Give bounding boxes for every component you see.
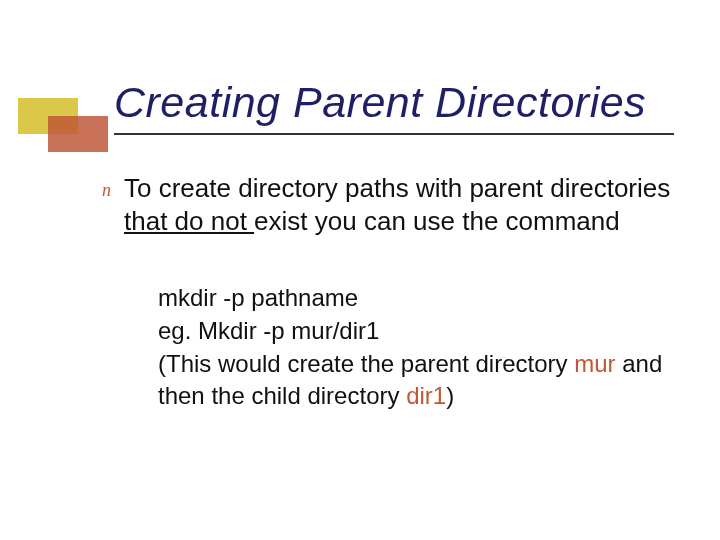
bullet-marker: n [102,180,116,194]
code-line-1: mkdir -p pathname [158,282,688,313]
dir-mur: mur [574,350,615,377]
body-post: exist you can use the command [254,206,620,236]
slide-title: Creating Parent Directories [114,78,684,127]
slide-decoration [18,98,108,156]
body-pre: To create directory paths with parent di… [124,173,670,203]
title-underline [114,133,674,135]
code-line-2: eg. Mkdir -p mur/dir1 [158,315,688,346]
body-underlined: that do not [124,206,254,236]
deco-square-red [48,116,108,152]
sub-block: mkdir -p pathname eg. Mkdir -p mur/dir1 … [158,282,688,413]
dir-dir1: dir1 [406,382,446,409]
body-paragraph: To create directory paths with parent di… [124,172,684,237]
title-block: Creating Parent Directories [114,78,684,135]
explain-post: ) [446,382,454,409]
explain-line: (This would create the parent directory … [158,348,688,410]
explain-pre: (This would create the parent directory [158,350,574,377]
